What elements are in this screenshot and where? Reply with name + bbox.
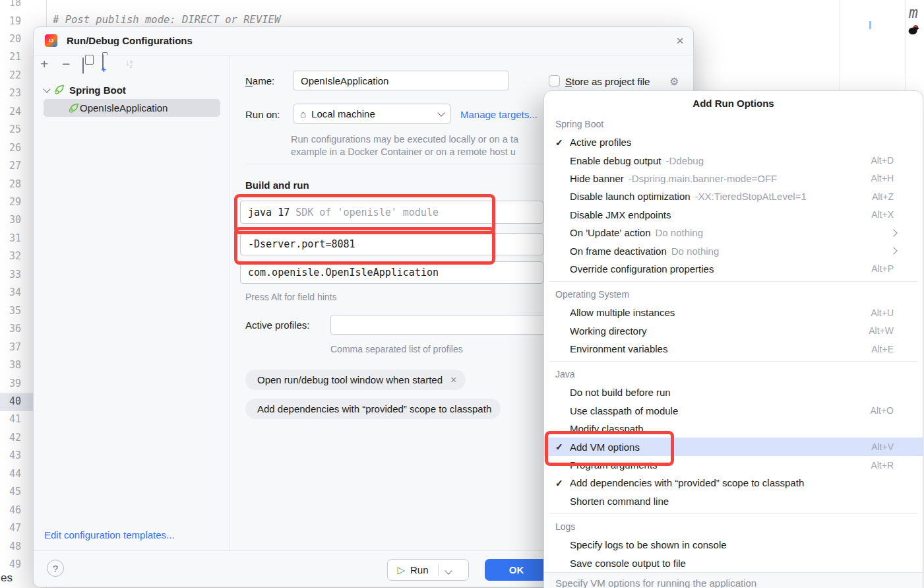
line-number-35: 35 bbox=[0, 302, 21, 320]
menu-item-shortcut: Alt+P bbox=[871, 263, 894, 274]
edit-templates-link[interactable]: Edit configuration templates... bbox=[44, 529, 175, 540]
menu-item-label: Add dependencies with “provided” scope t… bbox=[570, 477, 804, 488]
menu-item-label: On frame deactivation bbox=[570, 245, 667, 257]
menu-item-program-arguments[interactable]: Program argumentsAlt+R bbox=[544, 456, 923, 474]
line-number-19: 19 bbox=[0, 13, 21, 30]
main-class-input[interactable]: com.openisle.OpenIsleApplication bbox=[240, 261, 543, 284]
menu-item-shortcut: Alt+E bbox=[871, 344, 894, 354]
vm-options-input[interactable]: -Dserver.port=8081 bbox=[240, 233, 543, 255]
menu-item-allow-multiple-instances[interactable]: Allow multiple instancesAlt+U bbox=[544, 304, 923, 321]
name-value: OpenIsleApplication bbox=[301, 75, 388, 86]
menu-section-java: Java bbox=[544, 365, 923, 383]
section-divider bbox=[245, 164, 555, 164]
menu-item-label: Do not build before run bbox=[570, 387, 671, 398]
menu-item-disable-launch-optimization[interactable]: Disable launch optimization-XX:TieredSto… bbox=[544, 187, 923, 205]
line-number-20: 20 bbox=[0, 30, 21, 48]
menu-item-add-dependencies-with-provided-scope-to-classpath[interactable]: ✓Add dependencies with “provided” scope … bbox=[544, 474, 923, 492]
field-hint-text: Press Alt for field hints bbox=[245, 292, 337, 302]
help-button[interactable]: ? bbox=[47, 560, 64, 577]
remove-tag-icon[interactable]: × bbox=[450, 374, 456, 386]
store-as-project-file-checkbox[interactable] bbox=[549, 75, 560, 86]
menu-item-hide-banner[interactable]: Hide banner-Dspring.main.banner-mode=OFF… bbox=[544, 170, 923, 187]
line-number-27: 27 bbox=[0, 157, 21, 175]
menu-item-label: Modify classpath bbox=[570, 423, 644, 434]
name-input[interactable]: OpenIsleApplication bbox=[293, 71, 509, 90]
menu-title: Add Run Options bbox=[544, 91, 923, 115]
menu-item-shortcut: Alt+D bbox=[871, 155, 894, 166]
submenu-arrow-icon bbox=[890, 247, 897, 255]
menu-section-operating-system: Operating System bbox=[544, 285, 923, 304]
new-folder-icon: + bbox=[102, 54, 104, 71]
build-and-run-heading: Build and run bbox=[245, 180, 309, 191]
store-as-project-file-label[interactable]: Store as project file bbox=[565, 76, 650, 87]
line-number-26: 26 bbox=[0, 139, 21, 157]
menu-item-detail: Do nothing bbox=[671, 245, 720, 257]
tree-node-spring-boot[interactable]: Spring Boot bbox=[44, 81, 126, 99]
close-icon[interactable]: × bbox=[672, 33, 688, 49]
line-number-29: 29 bbox=[0, 193, 21, 211]
tree-node-openisleapplication[interactable]: OpenIsleApplication bbox=[44, 99, 220, 117]
menu-item-label: Active profiles bbox=[570, 137, 631, 148]
new-folder-button[interactable]: + bbox=[102, 56, 104, 71]
menu-item-use-classpath-of-module[interactable]: Use classpath of moduleAlt+O bbox=[544, 402, 923, 420]
menu-item-label: Working directory bbox=[570, 325, 646, 337]
menu-item-on-update-action[interactable]: On 'Update' actionDo nothing bbox=[544, 224, 923, 242]
copy-configuration-button[interactable] bbox=[82, 59, 84, 74]
menu-item-shorten-command-line[interactable]: Shorten command line bbox=[544, 492, 923, 510]
menu-item-shortcut: Alt+V bbox=[871, 441, 894, 452]
jre-hint: SDK of 'openisle' module bbox=[295, 207, 439, 218]
line-number-43: 43 bbox=[0, 447, 21, 465]
menu-item-disable-jmx-endpoints[interactable]: Disable JMX endpointsAlt+X bbox=[544, 206, 923, 224]
manage-targets-link[interactable]: Manage targets... bbox=[460, 109, 538, 120]
chevron-down-icon bbox=[437, 109, 445, 116]
chevron-down-icon[interactable] bbox=[445, 567, 452, 574]
tag-open-run-tool-window[interactable]: Open run/debug tool window when started … bbox=[245, 370, 466, 390]
line-number-18: 18 bbox=[0, 0, 21, 12]
button-split-divider bbox=[438, 564, 439, 576]
menu-item-label: Allow multiple instances bbox=[570, 307, 675, 318]
bird-icon bbox=[908, 24, 919, 38]
run-on-select[interactable]: ⌂ Local machine bbox=[293, 104, 451, 124]
sort-configurations-button[interactable]: ↓az bbox=[125, 59, 133, 74]
menu-item-shortcut: Alt+R bbox=[871, 460, 894, 471]
tag-add-provided-dependencies[interactable]: Add dependencies with “provided” scope t… bbox=[245, 399, 501, 419]
menu-item-enable-debug-output[interactable]: Enable debug output-DdebugAlt+D bbox=[544, 151, 923, 169]
remove-configuration-button[interactable]: − bbox=[62, 57, 70, 72]
menu-item-shortcut: Alt+O bbox=[871, 405, 894, 416]
menu-item-working-directory[interactable]: Working directoryAlt+W bbox=[544, 322, 923, 340]
menu-item-label: Save console output to file bbox=[570, 558, 686, 569]
background-partial-text: es bbox=[1, 572, 13, 585]
menu-item-label: Environment variables bbox=[570, 343, 667, 354]
active-profiles-input[interactable] bbox=[330, 315, 572, 335]
menu-item-shortcut: Alt+X bbox=[871, 209, 894, 220]
menu-item-label: On 'Update' action bbox=[570, 227, 650, 238]
line-number-23: 23 bbox=[0, 84, 21, 102]
jre-select[interactable]: java 17 SDK of 'openisle' module bbox=[240, 201, 543, 224]
ok-button[interactable]: OK bbox=[485, 559, 548, 581]
line-number-25: 25 bbox=[0, 121, 21, 139]
menu-item-environment-variables[interactable]: Environment variablesAlt+E bbox=[544, 340, 923, 358]
menu-item-do-not-build-before-run[interactable]: Do not build before run bbox=[544, 383, 923, 401]
line-number-36: 36 bbox=[0, 320, 21, 338]
add-configuration-button[interactable]: + bbox=[40, 57, 48, 72]
menu-item-specify-logs-to-be-shown-in-console[interactable]: Specify logs to be shown in console bbox=[544, 536, 923, 554]
menu-item-label: Hide banner bbox=[570, 173, 624, 184]
menu-item-active-profiles[interactable]: ✓Active profiles bbox=[544, 133, 923, 151]
menu-item-add-vm-options[interactable]: ✓Add VM optionsAlt+V bbox=[544, 438, 923, 455]
menu-body: Spring Boot✓Active profilesEnable debug … bbox=[544, 115, 923, 572]
menu-item-on-frame-deactivation[interactable]: On frame deactivationDo nothing bbox=[544, 242, 923, 259]
line-number-22: 22 bbox=[0, 67, 21, 84]
menu-item-modify-classpath[interactable]: Modify classpath bbox=[544, 420, 923, 438]
menu-item-override-configuration-properties[interactable]: Override configuration propertiesAlt+P bbox=[544, 260, 923, 278]
intellij-logo-icon: IJ bbox=[45, 34, 57, 47]
run-button-label: Run bbox=[410, 564, 429, 575]
line-number-39: 39 bbox=[0, 375, 21, 393]
menu-item-save-console-output-to-file[interactable]: Save console output to file bbox=[544, 554, 923, 572]
home-icon: ⌂ bbox=[300, 108, 306, 119]
line-number-24: 24 bbox=[0, 103, 21, 121]
gear-icon[interactable]: ⚙ bbox=[669, 75, 679, 88]
run-on-help-line1: Run configurations may be executed local… bbox=[291, 134, 518, 145]
dialog-title: Run/Debug Configurations bbox=[67, 35, 193, 46]
run-button[interactable]: ▷ Run bbox=[387, 559, 469, 581]
run-on-value: Local machine bbox=[311, 108, 375, 119]
